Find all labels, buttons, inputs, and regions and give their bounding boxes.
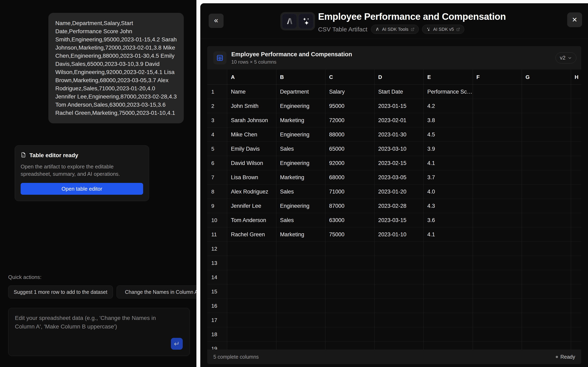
cell-D11[interactable]: 2023-01-10 [375,227,424,242]
cell-C1[interactable]: Salary [325,85,375,99]
cell-G3[interactable] [522,113,571,127]
cell-H10[interactable] [571,213,581,227]
column-header-E[interactable]: E [424,69,473,84]
cell-C17[interactable] [325,313,375,327]
cell-A13[interactable] [227,256,277,270]
row-header-17[interactable]: 17 [207,313,227,327]
cell-D1[interactable]: Start Date [375,85,424,99]
cell-B6[interactable]: Engineering [277,156,326,170]
cell-C19[interactable] [325,342,375,350]
cell-G13[interactable] [522,256,571,270]
cell-A10[interactable]: Tom Anderson [227,213,277,227]
cell-F12[interactable] [473,242,522,256]
cell-H18[interactable] [571,327,581,341]
cell-E18[interactable] [424,327,473,341]
cell-B1[interactable]: Department [277,85,326,99]
cell-G17[interactable] [522,313,571,327]
cell-G15[interactable] [522,284,571,299]
cell-F9[interactable] [473,199,522,213]
cell-E3[interactable]: 3.8 [424,113,473,127]
cell-G6[interactable] [522,156,571,170]
cell-C4[interactable]: 88000 [325,127,375,142]
cell-E7[interactable]: 3.7 [424,170,473,184]
cell-B3[interactable]: Marketing [277,113,326,127]
cell-A9[interactable]: Jennifer Lee [227,199,277,213]
cell-H15[interactable] [571,284,581,299]
cell-A3[interactable]: Sarah Johnson [227,113,277,127]
cell-G18[interactable] [522,327,571,341]
cell-B14[interactable] [277,270,326,284]
cell-A4[interactable]: Mike Chen [227,127,277,142]
cell-G1[interactable] [522,85,571,99]
cell-D2[interactable]: 2023-01-15 [375,99,424,113]
badge-ai-sdk-tools[interactable]: AI SDK Tools [371,25,419,34]
cell-E6[interactable]: 4.1 [424,156,473,170]
cell-H3[interactable] [571,113,581,127]
cell-H9[interactable] [571,199,581,213]
cell-F2[interactable] [473,99,522,113]
column-header-B[interactable]: B [277,69,326,84]
row-header-3[interactable]: 3 [207,113,227,127]
row-header-8[interactable]: 8 [207,184,227,199]
cell-F16[interactable] [473,299,522,313]
cell-F17[interactable] [473,313,522,327]
cell-A6[interactable]: David Wilson [227,156,277,170]
cell-F1[interactable] [473,85,522,99]
row-header-14[interactable]: 14 [207,270,227,284]
quick-action-2[interactable]: Change the Names in Column A [117,285,196,299]
row-header-1[interactable]: 1 [207,85,227,99]
cell-C13[interactable] [325,256,375,270]
cell-F3[interactable] [473,113,522,127]
cell-C16[interactable] [325,299,375,313]
cell-H8[interactable] [571,184,581,199]
cell-C5[interactable]: 65000 [325,142,375,156]
cell-B5[interactable]: Sales [277,142,326,156]
row-header-16[interactable]: 16 [207,299,227,313]
cell-F18[interactable] [473,327,522,341]
cell-B15[interactable] [277,284,326,299]
cell-A12[interactable] [227,242,277,256]
cell-G4[interactable] [522,127,571,142]
cell-G8[interactable] [522,184,571,199]
cell-F13[interactable] [473,256,522,270]
cell-H19[interactable] [571,342,581,350]
cell-H12[interactable] [571,242,581,256]
cell-H14[interactable] [571,270,581,284]
row-header-15[interactable]: 15 [207,284,227,299]
send-button[interactable]: ↵ [171,338,183,350]
cell-F7[interactable] [473,170,522,184]
row-header-7[interactable]: 7 [207,170,227,184]
row-header-6[interactable]: 6 [207,156,227,170]
row-header-13[interactable]: 13 [207,256,227,270]
cell-D4[interactable]: 2023-01-30 [375,127,424,142]
cell-A19[interactable] [227,342,277,350]
cell-C15[interactable] [325,284,375,299]
cell-B4[interactable]: Engineering [277,127,326,142]
cell-F11[interactable] [473,227,522,242]
cell-A17[interactable] [227,313,277,327]
cell-C2[interactable]: 95000 [325,99,375,113]
cell-E2[interactable]: 4.2 [424,99,473,113]
cell-A1[interactable]: Name [227,85,277,99]
version-selector[interactable]: v2 [555,52,576,63]
cell-B11[interactable]: Marketing [277,227,326,242]
cell-G12[interactable] [522,242,571,256]
cell-G5[interactable] [522,142,571,156]
cell-D7[interactable]: 2023-03-05 [375,170,424,184]
cell-E4[interactable]: 4.5 [424,127,473,142]
cell-E16[interactable] [424,299,473,313]
row-header-18[interactable]: 18 [207,327,227,341]
cell-E17[interactable] [424,313,473,327]
cell-F5[interactable] [473,142,522,156]
cell-F14[interactable] [473,270,522,284]
cell-H2[interactable] [571,99,581,113]
cell-B18[interactable] [277,327,326,341]
cell-C10[interactable]: 63000 [325,213,375,227]
cell-A15[interactable] [227,284,277,299]
open-table-editor-button[interactable]: Open table editor [21,183,143,195]
cell-F8[interactable] [473,184,522,199]
cell-F4[interactable] [473,127,522,142]
cell-A18[interactable] [227,327,277,341]
cell-H6[interactable] [571,156,581,170]
cell-A11[interactable]: Rachel Green [227,227,277,242]
